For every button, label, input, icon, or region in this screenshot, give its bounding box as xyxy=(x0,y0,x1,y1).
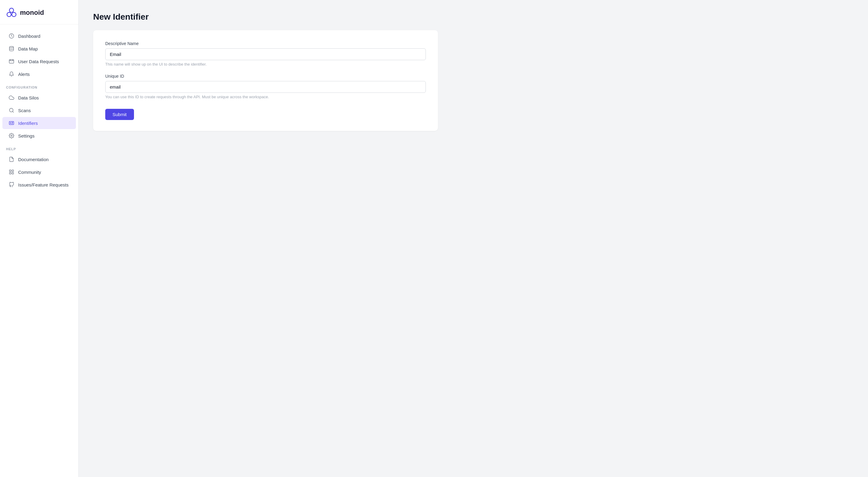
logo-area: monoid xyxy=(0,0,78,25)
main-content: New Identifier Descriptive Name This nam… xyxy=(79,0,868,477)
svg-point-0 xyxy=(9,8,13,12)
search-icon xyxy=(8,107,14,114)
sidebar-label-documentation: Documentation xyxy=(18,157,49,162)
sidebar-nav: Dashboard Data Map User Data Request xyxy=(0,25,78,477)
sidebar-item-user-data-requests[interactable]: User Data Requests xyxy=(2,55,76,67)
svg-point-9 xyxy=(10,123,11,124)
form-card: Descriptive Name This name will show up … xyxy=(93,30,438,131)
section-configuration: CONFIGURATION xyxy=(0,81,78,91)
sidebar-item-community[interactable]: Community xyxy=(2,166,76,178)
descriptive-name-input[interactable] xyxy=(105,49,426,60)
svg-rect-8 xyxy=(9,122,14,125)
svg-rect-12 xyxy=(12,170,13,171)
sidebar: monoid Dashboard Data Map xyxy=(0,0,79,477)
sidebar-label-settings: Settings xyxy=(18,133,34,138)
svg-rect-5 xyxy=(9,60,14,63)
unique-id-label: Unique ID xyxy=(105,74,426,78)
id-card-icon xyxy=(8,120,14,126)
sidebar-item-data-map[interactable]: Data Map xyxy=(2,43,76,55)
settings-icon xyxy=(8,133,14,139)
svg-point-4 xyxy=(9,46,13,48)
svg-point-1 xyxy=(7,12,11,17)
sidebar-label-data-map: Data Map xyxy=(18,46,38,52)
svg-line-7 xyxy=(12,111,13,112)
sidebar-item-identifiers[interactable]: Identifiers xyxy=(2,117,76,129)
svg-rect-11 xyxy=(9,170,11,171)
section-help: HELP xyxy=(0,142,78,153)
svg-point-10 xyxy=(11,135,12,137)
unique-id-group: Unique ID You can use this ID to create … xyxy=(105,74,426,99)
sidebar-label-dashboard: Dashboard xyxy=(18,34,40,39)
community-icon xyxy=(8,169,14,175)
logo-icon xyxy=(6,7,17,18)
sidebar-label-issues: Issues/Feature Requests xyxy=(18,182,69,187)
logo-text: monoid xyxy=(20,9,44,17)
page-title: New Identifier xyxy=(93,12,854,22)
sidebar-label-data-silos: Data Silos xyxy=(18,95,39,100)
sidebar-label-scans: Scans xyxy=(18,108,31,113)
sidebar-label-alerts: Alerts xyxy=(18,72,30,77)
unique-id-hint: You can use this ID to create requests t… xyxy=(105,95,426,99)
svg-rect-14 xyxy=(12,172,13,174)
doc-icon xyxy=(8,156,14,162)
sidebar-item-dashboard[interactable]: Dashboard xyxy=(2,30,76,42)
data-map-icon xyxy=(8,45,14,52)
unique-id-input[interactable] xyxy=(105,81,426,93)
dashboard-icon xyxy=(8,33,14,39)
sidebar-label-community: Community xyxy=(18,169,41,175)
sidebar-item-documentation[interactable]: Documentation xyxy=(2,153,76,165)
sidebar-item-data-silos[interactable]: Data Silos xyxy=(2,92,76,104)
sidebar-item-scans[interactable]: Scans xyxy=(2,104,76,116)
github-icon xyxy=(8,182,14,188)
bell-icon xyxy=(8,71,14,77)
descriptive-name-hint: This name will show up on the UI to desc… xyxy=(105,62,426,66)
inbox-icon xyxy=(8,58,14,64)
sidebar-item-alerts[interactable]: Alerts xyxy=(2,68,76,80)
descriptive-name-group: Descriptive Name This name will show up … xyxy=(105,41,426,66)
svg-rect-13 xyxy=(9,172,11,174)
submit-button[interactable]: Submit xyxy=(105,109,134,120)
sidebar-item-issues[interactable]: Issues/Feature Requests xyxy=(2,179,76,191)
cloud-icon xyxy=(8,95,14,101)
sidebar-label-identifiers: Identifiers xyxy=(18,121,38,126)
sidebar-item-settings[interactable]: Settings xyxy=(2,130,76,142)
descriptive-name-label: Descriptive Name xyxy=(105,41,426,46)
svg-point-2 xyxy=(12,12,16,17)
sidebar-label-user-data-requests: User Data Requests xyxy=(18,59,59,64)
